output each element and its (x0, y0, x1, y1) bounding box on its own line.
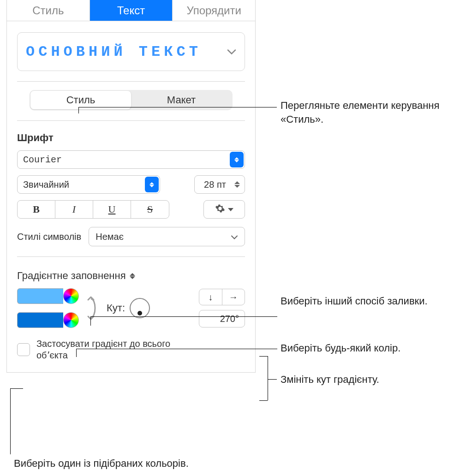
callout-line (76, 349, 277, 349)
segment-layout[interactable]: Макет (131, 91, 232, 109)
strikethrough-button[interactable]: S (131, 201, 169, 218)
chevron-down-icon (227, 47, 236, 57)
paragraph-style-select[interactable]: Основний текст (17, 32, 245, 71)
divider (17, 256, 245, 257)
paragraph-style-label: Основний текст (26, 43, 202, 60)
font-family-value: Courier (23, 155, 62, 165)
callout-line (78, 107, 277, 107)
character-styles-label: Стилі символів (17, 232, 81, 242)
underline-button[interactable]: U (93, 201, 131, 218)
callout-picked-color: Виберіть один із підібраних кольорів. (14, 457, 189, 470)
updown-icon (145, 177, 159, 192)
tab-text[interactable]: Текст (90, 0, 173, 21)
tab-style[interactable]: Стиль (7, 0, 90, 21)
font-weight-value: Звичайний (23, 179, 69, 190)
callout-line (259, 356, 268, 357)
swap-colors-button[interactable] (86, 295, 99, 321)
advanced-options-button[interactable] (203, 200, 245, 219)
italic-button[interactable]: I (55, 201, 93, 218)
chevron-down-icon (231, 232, 238, 242)
updown-icon (130, 273, 135, 279)
callout-view-style: Перегляньте елементи керування «Стиль». (281, 99, 454, 126)
callout-line (90, 316, 277, 317)
callout-line (268, 379, 277, 380)
callout-line (10, 388, 11, 454)
stepper-arrows-icon (234, 176, 242, 193)
angle-value: 270° (220, 314, 239, 324)
callout-any-color: Виберіть будь-який колір. (281, 341, 400, 355)
angle-label: Кут: (107, 302, 125, 314)
color-swatch-2[interactable] (17, 312, 63, 328)
color-swatch-1[interactable] (17, 288, 63, 304)
callout-change-angle: Змініть кут градієнту. (281, 373, 379, 387)
font-size-stepper[interactable]: 28 пт (194, 175, 245, 194)
callout-line (10, 388, 23, 389)
gear-icon (215, 203, 225, 216)
gradient-color-stops (17, 288, 79, 328)
direction-horizontal-button[interactable]: → (222, 289, 245, 305)
font-section-label: Шрифт (17, 132, 245, 144)
callout-line (90, 316, 91, 326)
character-style-select[interactable]: Немає (89, 227, 245, 246)
tab-arrange[interactable]: Упорядити (173, 0, 255, 21)
apply-whole-object-label: Застосувати градієнт до всього обʼєкта (36, 338, 175, 361)
font-weight-select[interactable]: Звичайний (17, 175, 160, 194)
divider (17, 120, 245, 121)
fill-type-label: Градієнтне заповнення (17, 270, 126, 282)
top-tabs: Стиль Текст Упорядити (7, 0, 255, 21)
direction-vertical-button[interactable]: ↓ (199, 289, 222, 305)
segment-style[interactable]: Стиль (30, 91, 131, 109)
gradient-stop-1 (17, 288, 79, 304)
bold-button[interactable]: B (18, 201, 55, 218)
updown-icon (230, 152, 244, 167)
gradient-stop-2 (17, 312, 79, 328)
callout-line (76, 349, 77, 357)
divider (17, 81, 245, 82)
chevron-down-icon (228, 208, 233, 211)
color-picker-button-1[interactable] (63, 288, 79, 304)
angle-input[interactable]: 270° (199, 310, 245, 327)
apply-whole-object-checkbox[interactable] (17, 343, 30, 356)
font-family-select[interactable]: Courier (17, 150, 245, 169)
callout-fill-method: Виберіть інший спосіб заливки. (281, 294, 428, 308)
text-format-group: B I U S (17, 200, 169, 219)
callout-line (259, 400, 268, 401)
fill-type-select[interactable]: Градієнтне заповнення (17, 270, 245, 282)
angle-dial[interactable] (130, 298, 150, 318)
font-size-value: 28 пт (204, 179, 226, 190)
callout-line (268, 356, 268, 400)
character-style-value: Немає (96, 232, 124, 242)
color-picker-button-2[interactable] (63, 312, 79, 328)
gradient-direction-group: ↓ → (199, 289, 245, 305)
callout-line (78, 107, 79, 113)
